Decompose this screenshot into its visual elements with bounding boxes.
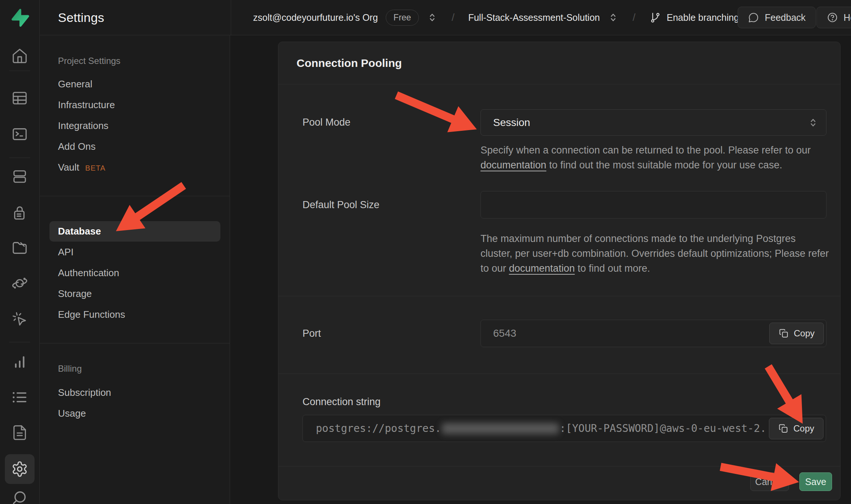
sidebar-item-subscription[interactable]: Subscription xyxy=(40,382,230,403)
edge-functions-icon[interactable] xyxy=(5,304,35,334)
chevrons-up-down-icon xyxy=(808,117,819,128)
cancel-button[interactable]: Cancel xyxy=(750,472,789,491)
connection-string-prefix: postgres://postgres. xyxy=(316,422,441,434)
search-icon[interactable] xyxy=(5,483,35,504)
database-icon[interactable] xyxy=(5,162,35,191)
breadcrumb-separator: / xyxy=(632,12,635,23)
auth-lock-icon[interactable] xyxy=(5,198,35,228)
pool-mode-select[interactable]: Session xyxy=(480,109,826,136)
rail-divider xyxy=(9,158,30,158)
table-editor-icon[interactable] xyxy=(5,83,35,113)
port-input[interactable]: 6543 Copy xyxy=(480,320,826,347)
org-switcher-chevron-icon[interactable] xyxy=(427,12,438,23)
port-value: 6543 xyxy=(493,327,516,339)
documentation-link[interactable]: documentation xyxy=(509,263,575,274)
connection-string-suffix: :[YOUR-PASSWORD]@aws-0-eu-west-2. xyxy=(560,422,766,434)
reports-icon[interactable] xyxy=(5,347,35,377)
org-breadcrumb[interactable]: zsolt@codeyourfuture.io's Org xyxy=(253,12,378,23)
sidebar-item-vault[interactable]: Vault BETA xyxy=(40,157,230,178)
pool-mode-description: Specify when a connection can be returne… xyxy=(480,143,830,172)
default-pool-size-label: Default Pool Size xyxy=(302,191,480,276)
supabase-settings-app: Settings zsolt@codeyourfuture.io's Org F… xyxy=(0,0,851,504)
sidebar-item-add-ons[interactable]: Add Ons xyxy=(40,136,230,157)
pool-mode-label: Pool Mode xyxy=(302,109,480,172)
connection-pooling-panel: Connection Pooling Pool Mode Session Spe… xyxy=(278,42,841,500)
help-circle-icon xyxy=(826,12,838,23)
help-button[interactable]: Help xyxy=(816,7,851,28)
sidebar-item-integrations[interactable]: Integrations xyxy=(40,115,230,136)
sql-editor-icon[interactable] xyxy=(5,119,35,149)
sidebar-divider xyxy=(40,196,230,196)
documentation-link[interactable]: documentation xyxy=(480,159,546,171)
project-switcher-chevron-icon[interactable] xyxy=(608,12,619,23)
git-branch-icon xyxy=(649,12,661,23)
sidebar-item-usage[interactable]: Usage xyxy=(40,403,230,424)
sidebar-item-api[interactable]: API xyxy=(40,242,230,262)
home-icon[interactable] xyxy=(5,41,35,71)
project-settings-gear-icon[interactable] xyxy=(5,454,35,484)
rail-divider xyxy=(9,71,30,71)
beta-badge: BETA xyxy=(85,156,106,178)
sidebar-divider xyxy=(40,343,230,343)
connection-string-copy-button[interactable]: Copy xyxy=(769,418,824,439)
nav-section-project-settings: Project Settings xyxy=(40,51,230,71)
realtime-icon[interactable] xyxy=(5,268,35,298)
plan-badge[interactable]: Free xyxy=(386,10,419,26)
default-pool-size-input[interactable] xyxy=(493,191,822,218)
chat-bubble-icon xyxy=(748,12,760,23)
sidebar-item-general[interactable]: General xyxy=(40,74,230,94)
rail-divider xyxy=(9,342,30,342)
port-copy-button[interactable]: Copy xyxy=(769,323,824,344)
connection-string-box[interactable]: postgres://postgres.:[YOUR-PASSWORD]@aws… xyxy=(302,415,826,442)
logs-icon[interactable] xyxy=(5,382,35,412)
project-breadcrumb[interactable]: Full-Stack-Assessment-Solution xyxy=(468,12,600,23)
top-header: Settings zsolt@codeyourfuture.io's Org F… xyxy=(40,0,851,35)
connection-string-label: Connection string xyxy=(302,396,826,408)
port-label: Port xyxy=(302,320,480,347)
storage-icon[interactable] xyxy=(5,233,35,263)
pool-size-description: The maximum number of connections made t… xyxy=(480,231,830,276)
sidebar-item-infrastructure[interactable]: Infrastructure xyxy=(40,94,230,115)
nav-section-billing: Billing xyxy=(40,358,230,379)
main-content: Connection Pooling Pool Mode Session Spe… xyxy=(230,35,851,504)
breadcrumb: zsolt@codeyourfuture.io's Org Free / Ful… xyxy=(253,0,739,35)
page-title: Settings xyxy=(58,10,104,25)
sidebar-item-edge-functions[interactable]: Edge Functions xyxy=(40,304,230,325)
sidebar-item-authentication[interactable]: Authentication xyxy=(40,262,230,283)
panel-title: Connection Pooling xyxy=(297,57,402,70)
icon-rail xyxy=(0,0,40,504)
pool-mode-value: Session xyxy=(493,117,530,129)
breadcrumb-separator: / xyxy=(452,12,454,23)
copy-icon xyxy=(779,328,789,339)
settings-sidebar: Project Settings General Infrastructure … xyxy=(40,35,230,504)
copy-icon xyxy=(778,423,789,434)
save-button[interactable]: Save xyxy=(799,472,832,491)
supabase-logo-icon[interactable] xyxy=(10,8,29,27)
docs-icon[interactable] xyxy=(5,418,35,448)
sidebar-item-storage[interactable]: Storage xyxy=(40,283,230,304)
redacted-project-ref xyxy=(442,423,559,434)
sidebar-item-database[interactable]: Database xyxy=(49,221,220,242)
enable-branching-button[interactable]: Enable branching xyxy=(649,12,739,23)
feedback-button[interactable]: Feedback xyxy=(738,7,816,28)
